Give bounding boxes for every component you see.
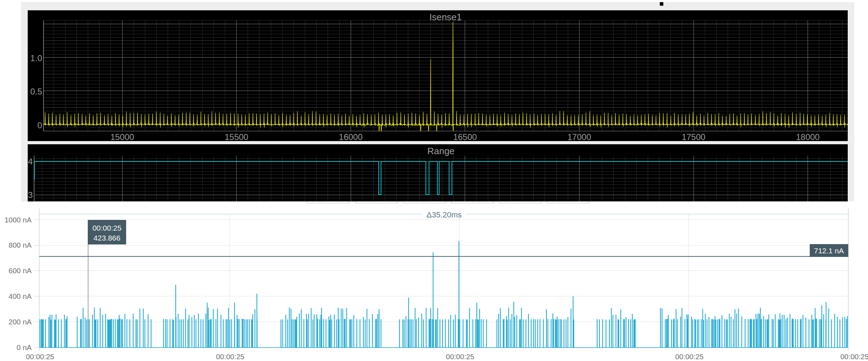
svg-text:3: 3 bbox=[28, 190, 33, 200]
svg-text:200 nA: 200 nA bbox=[9, 318, 32, 326]
svg-text:15500: 15500 bbox=[225, 132, 248, 141]
svg-text:0 nA: 0 nA bbox=[17, 343, 32, 351]
svg-text:1.0: 1.0 bbox=[30, 53, 42, 63]
svg-text:17500: 17500 bbox=[682, 132, 706, 141]
svg-text:4: 4 bbox=[28, 157, 33, 166]
svg-text:16500: 16500 bbox=[453, 132, 477, 141]
svg-text:Δ35.20ms: Δ35.20ms bbox=[426, 210, 462, 219]
svg-text:712.1 nA: 712.1 nA bbox=[814, 247, 844, 255]
svg-text:0.5: 0.5 bbox=[30, 87, 42, 96]
svg-text:00:00:25: 00:00:25 bbox=[675, 352, 703, 361]
svg-text:0: 0 bbox=[37, 120, 42, 130]
svg-text:Isense1: Isense1 bbox=[429, 12, 462, 22]
svg-text:00:00:25: 00:00:25 bbox=[26, 352, 54, 361]
svg-text:17000: 17000 bbox=[567, 132, 591, 141]
svg-text:16000: 16000 bbox=[339, 132, 363, 141]
svg-text:Range: Range bbox=[427, 146, 455, 156]
svg-text:00:00:25: 00:00:25 bbox=[216, 352, 244, 361]
svg-text:400 nA: 400 nA bbox=[9, 292, 32, 300]
svg-text:00:00:25: 00:00:25 bbox=[92, 224, 122, 232]
svg-text:600 nA: 600 nA bbox=[9, 266, 32, 275]
svg-text:00:00:25: 00:00:25 bbox=[446, 352, 474, 361]
svg-text:15000: 15000 bbox=[110, 132, 134, 141]
svg-text:423.866: 423.866 bbox=[93, 234, 120, 242]
svg-text:18000: 18000 bbox=[796, 132, 820, 141]
svg-text:00:00:25: 00:00:25 bbox=[840, 352, 868, 361]
svg-text:1000 nA: 1000 nA bbox=[5, 216, 32, 224]
svg-text:800 nA: 800 nA bbox=[9, 241, 32, 249]
